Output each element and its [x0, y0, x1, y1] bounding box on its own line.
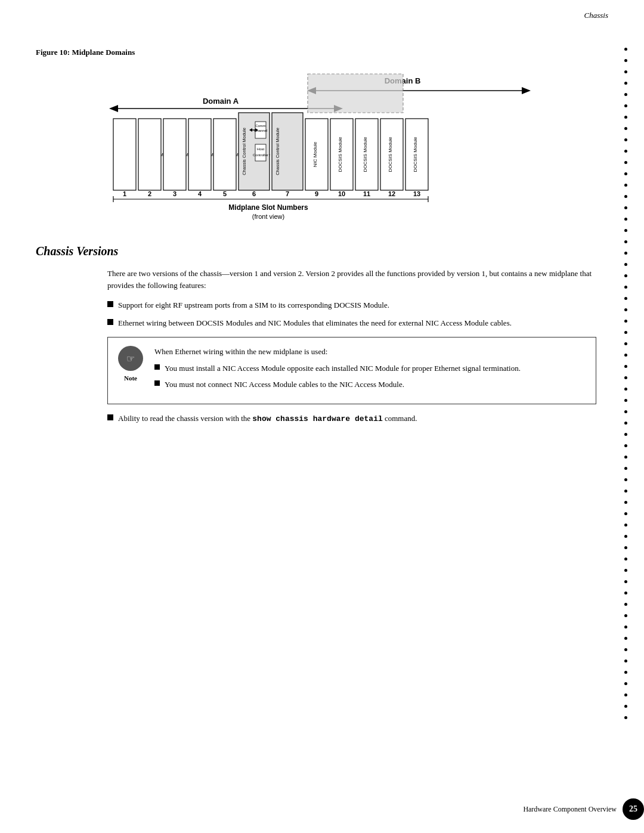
main-content: Figure 10: Midplane Domains Domain B Dom… — [36, 48, 608, 797]
note-box: ☞ Note When Ethernet wiring within the n… — [107, 337, 596, 404]
svg-text:3: 3 — [173, 190, 177, 197]
svg-text:7: 7 — [286, 190, 289, 197]
svg-text:☞: ☞ — [126, 354, 135, 364]
svg-rect-22 — [213, 119, 236, 190]
note-bullet-icon-2 — [154, 380, 160, 386]
note-label: Note — [124, 373, 137, 383]
svg-rect-16 — [163, 119, 186, 190]
svg-text:1: 1 — [123, 190, 126, 197]
midplane-diagram: Domain B Domain A DOCSIS Module 1 DOCSIS… — [107, 68, 537, 223]
chassis-versions-section: Chassis Versions There are two versions … — [36, 244, 608, 425]
svg-text:9: 9 — [315, 190, 318, 197]
note-intro-text: When Ethernet wiring within the new midp… — [154, 346, 585, 358]
note-bullet-icon-1 — [154, 364, 160, 370]
note-icon-area: ☞ Note — [116, 346, 145, 383]
svg-text:Chassis Control Module: Chassis Control Module — [242, 128, 247, 175]
bullet-text-3: Ability to read the chassis version with… — [118, 413, 417, 425]
bullet-icon-3 — [107, 414, 113, 420]
svg-text:11: 11 — [363, 190, 370, 197]
page-footer: Hardware Component Overview 25 — [0, 798, 644, 820]
margin-dots — [624, 48, 627, 719]
note-bullet-1: You must install a NIC Access Module opp… — [154, 363, 585, 374]
svg-text:DOCSIS Module: DOCSIS Module — [338, 137, 343, 172]
svg-marker-1 — [522, 87, 531, 94]
svg-rect-13 — [138, 119, 161, 190]
svg-text:DOCSIS Module: DOCSIS Module — [413, 137, 418, 172]
svg-text:6: 6 — [252, 190, 256, 197]
note-bullet-text-1: You must install a NIC Access Module opp… — [165, 363, 521, 374]
command-text: show chassis hardware detail — [252, 414, 382, 423]
svg-text:DOCSIS Module: DOCSIS Module — [363, 137, 368, 172]
svg-rect-19 — [188, 119, 211, 190]
note-icon-circle: ☞ — [118, 346, 143, 371]
svg-text:4: 4 — [198, 190, 202, 197]
cv-intro: There are two versions of the chassis—ve… — [107, 268, 596, 291]
bullet-item-1: Support for eight RF upstream ports from… — [107, 299, 596, 311]
svg-text:12: 12 — [388, 190, 395, 197]
bullet-text-2: Ethernet wiring between DOCSIS Modules a… — [118, 317, 512, 329]
page-number: 25 — [623, 798, 644, 820]
cv-body: There are two versions of the chassis—ve… — [107, 268, 596, 425]
svg-text:Controller: Controller — [253, 153, 268, 157]
svg-text:Domain A: Domain A — [203, 97, 239, 106]
svg-marker-6 — [109, 105, 118, 112]
svg-text:Comm: Comm — [255, 124, 266, 128]
svg-text:Midplane Slot Numbers: Midplane Slot Numbers — [228, 203, 308, 212]
note-bullet-2: You must not connect NIC Access Module c… — [154, 379, 585, 391]
svg-text:13: 13 — [413, 190, 420, 197]
svg-text:2: 2 — [148, 190, 151, 197]
figure-title: Figure 10: Midplane Domains — [36, 48, 608, 57]
chassis-versions-title: Chassis Versions — [36, 244, 608, 258]
note-content: When Ethernet wiring within the new midp… — [154, 346, 585, 395]
note-bullet-text-2: You must not connect NIC Access Module c… — [165, 379, 404, 391]
figure-section: Figure 10: Midplane Domains Domain B Dom… — [36, 48, 608, 223]
svg-text:10: 10 — [338, 190, 345, 197]
svg-text:(front view): (front view) — [252, 213, 284, 220]
note-bullet-list: You must install a NIC Access Module opp… — [154, 363, 585, 391]
bullet-item-2: Ethernet wiring between DOCSIS Modules a… — [107, 317, 596, 329]
note-symbol-icon: ☞ — [122, 350, 139, 367]
bullet-text-1: Support for eight RF upstream ports from… — [118, 299, 389, 311]
svg-text:Chassis Control Module: Chassis Control Module — [275, 128, 280, 175]
svg-text:5: 5 — [223, 190, 227, 197]
svg-text:DOCSIS Module: DOCSIS Module — [388, 137, 393, 172]
svg-text:Host: Host — [257, 147, 265, 151]
footer-text: Hardware Component Overview — [523, 805, 623, 814]
svg-rect-10 — [113, 119, 136, 190]
bullet-list: Support for eight RF upstream ports from… — [107, 299, 596, 329]
page-header-title: Chassis — [584, 11, 608, 20]
svg-text:NIC Module: NIC Module — [312, 141, 318, 167]
bullet-icon-2 — [107, 319, 113, 325]
bullet-list-2: Ability to read the chassis version with… — [107, 413, 596, 425]
svg-rect-9 — [308, 74, 403, 113]
bullet-icon-1 — [107, 301, 113, 307]
bullet-item-3: Ability to read the chassis version with… — [107, 413, 596, 425]
